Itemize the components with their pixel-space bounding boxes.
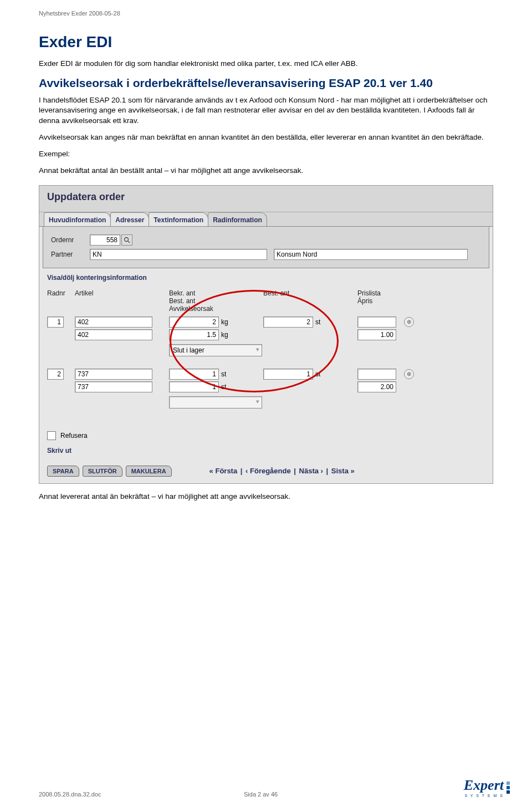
- row1-avvikelse-select[interactable]: Slut i lager: [169, 344, 262, 356]
- row1-unit2: kg: [221, 331, 234, 339]
- intro-paragraph: Exder EDI är modulen för dig som handlar…: [39, 59, 493, 69]
- row2-avvikelse-select[interactable]: [169, 396, 262, 408]
- footer-page: Sida 2 av 46: [244, 791, 278, 798]
- row2-artikel2[interactable]: [75, 381, 152, 392]
- grid-area: Radnr Artikel Bekr. ant Best. ant Avvike…: [39, 282, 493, 418]
- tab-bar: Huvudinformation Adresser Textinformatio…: [39, 212, 493, 227]
- label-ordernr: Ordernr: [51, 236, 90, 244]
- row2-unit2: st: [221, 383, 234, 391]
- col-header-pris-2: Ápris: [357, 297, 424, 305]
- paragraph-2: I handelsflödet ESAP 20.1 som för närvar…: [39, 95, 493, 126]
- pager-last[interactable]: Sista »: [330, 467, 356, 475]
- input-partner-name[interactable]: [274, 249, 468, 260]
- input-partner-code[interactable]: [90, 249, 267, 260]
- row1-pris[interactable]: [357, 316, 396, 328]
- col-header-bekr-2: Best. ant: [169, 297, 263, 305]
- page-header: Nyhetsbrev Exder 2008-05-28: [39, 10, 120, 17]
- pager-prev[interactable]: ‹ Föregående: [244, 467, 292, 475]
- col-header-radnr: Radnr: [47, 289, 75, 297]
- skrivut-link[interactable]: Skriv ut: [39, 443, 493, 462]
- svg-point-0: [125, 237, 129, 241]
- row2-pris[interactable]: [357, 369, 396, 380]
- paragraph-5: Annat bekräftat antal än beställt antal …: [39, 166, 493, 176]
- tab-radinformation[interactable]: Radinformation: [208, 212, 267, 226]
- tab-textinformation[interactable]: Textinformation: [149, 212, 208, 226]
- svg-line-1: [128, 241, 130, 243]
- row1-unit3: st: [315, 318, 329, 326]
- row2-unit1: st: [221, 370, 234, 378]
- row2-artikel1[interactable]: [75, 369, 152, 380]
- logo-subtext: S Y S T E M S: [464, 794, 504, 798]
- toggle-kontering-link[interactable]: Visa/dölj konteringsinformation: [39, 268, 493, 282]
- h1-title: Exder EDI: [39, 33, 493, 51]
- row2-unit3: st: [315, 370, 329, 378]
- paragraph-3: Avvikelseorsak kan anges när man bekräft…: [39, 132, 493, 142]
- input-ordernr[interactable]: [90, 234, 120, 246]
- row1-apris[interactable]: [357, 329, 396, 340]
- col-header-pris-1: Prislista: [357, 289, 424, 297]
- footer-filename: 2008.05.28.dna.32.doc: [39, 791, 101, 798]
- paragraph-4: Exempel:: [39, 149, 493, 159]
- h2-title: Avvikelseorsak i orderbekräftelse/levera…: [39, 76, 493, 90]
- refusera-label: Refusera: [60, 432, 88, 440]
- tab-huvudinformation[interactable]: Huvudinformation: [44, 212, 111, 226]
- row1-bekr[interactable]: [169, 316, 219, 328]
- header-form: Ordernr Partner: [43, 227, 489, 268]
- pager-next[interactable]: Nästa ›: [298, 467, 324, 475]
- logo-dots-icon: [507, 782, 510, 794]
- logo-text: Expert: [464, 777, 504, 794]
- pager: « Första | ‹ Föregående | Nästa › | Sist…: [208, 467, 356, 475]
- col-header-artikel: Artikel: [75, 289, 169, 297]
- spara-button[interactable]: SPARA: [47, 466, 79, 477]
- slutfor-button[interactable]: SLUTFÖR: [83, 466, 122, 477]
- label-partner: Partner: [51, 251, 90, 258]
- row1-artikel1[interactable]: [75, 316, 152, 328]
- lookup-icon[interactable]: ⊕: [404, 369, 414, 379]
- lookup-icon[interactable]: ⊕: [404, 317, 414, 327]
- col-header-pris: Prislista Ápris: [357, 289, 424, 305]
- pager-first[interactable]: « Första: [208, 467, 239, 475]
- search-icon[interactable]: [121, 234, 132, 246]
- tab-adresser[interactable]: Adresser: [110, 212, 149, 226]
- row2-best-inner[interactable]: [169, 381, 219, 392]
- row1-radnr[interactable]: [47, 316, 64, 328]
- refusera-checkbox[interactable]: [47, 431, 56, 440]
- row1-best-inner[interactable]: [169, 329, 219, 340]
- row2-radnr[interactable]: [47, 369, 64, 380]
- col-header-bekr-1: Bekr. ant: [169, 289, 263, 297]
- col-header-bekr: Bekr. ant Best. ant Avvikelseorsak: [169, 289, 263, 313]
- app-screenshot: Uppdatera order Huvudinformation Adresse…: [39, 185, 493, 484]
- col-header-bekr-3: Avvikelseorsak: [169, 305, 263, 313]
- expert-logo: Expert S Y S T E M S: [464, 777, 510, 798]
- makulera-button[interactable]: MAKULERA: [126, 466, 172, 477]
- row2-apris[interactable]: [357, 381, 396, 392]
- col-header-best2: Best. ant: [263, 289, 357, 297]
- row2-bekr[interactable]: [169, 369, 219, 380]
- row1-best2[interactable]: [263, 316, 313, 328]
- paragraph-6: Annat levererat antal än bekräftat – vi …: [39, 492, 493, 502]
- row1-unit1: kg: [221, 318, 234, 326]
- row2-best2[interactable]: [263, 369, 313, 380]
- panel-title: Uppdatera order: [39, 186, 493, 212]
- row1-artikel2[interactable]: [75, 329, 152, 340]
